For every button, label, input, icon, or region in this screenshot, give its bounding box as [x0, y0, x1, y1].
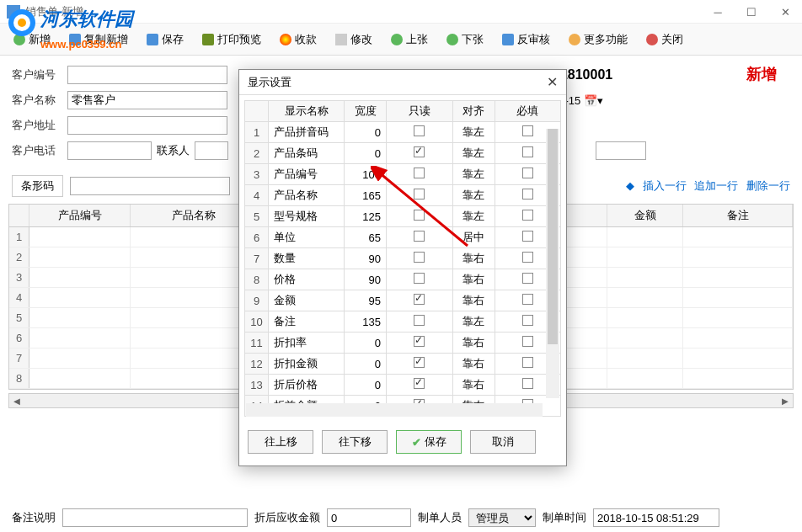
status-label: 新增 [746, 64, 777, 84]
discount-amt-input[interactable] [327, 508, 411, 527]
dialog-close-button[interactable]: ✕ [547, 74, 558, 90]
required-checkbox[interactable] [522, 357, 533, 368]
more-icon [569, 34, 580, 45]
settings-row[interactable]: 6单位65居中 [245, 227, 561, 248]
dialog-horizontal-scrollbar[interactable] [246, 403, 543, 417]
required-checkbox[interactable] [522, 231, 533, 242]
settings-row[interactable]: 9金额95靠右 [245, 290, 561, 311]
settings-row[interactable]: 3产品编号100靠左 [245, 164, 561, 185]
up-arrow-icon [391, 34, 403, 45]
readonly-checkbox[interactable] [414, 125, 425, 136]
settings-row[interactable]: 1产品拼音码0靠左 [245, 122, 561, 143]
customer-addr-input[interactable] [67, 116, 227, 135]
scroll-left-icon[interactable]: ◄ [9, 395, 24, 407]
settings-row[interactable]: 11折扣率0靠右 [245, 332, 561, 354]
next-button[interactable]: 下张 [440, 29, 490, 51]
creator-select[interactable]: 管理员 [468, 508, 536, 527]
settings-row[interactable]: 5型号规格125靠左 [245, 206, 561, 227]
readonly-checkbox[interactable] [414, 378, 425, 389]
customer-name-input[interactable] [67, 91, 227, 109]
readonly-checkbox[interactable] [414, 231, 425, 242]
move-down-button[interactable]: 往下移 [322, 430, 388, 454]
required-checkbox[interactable] [522, 146, 533, 157]
calendar-icon: 📅▾ [584, 94, 603, 107]
insert-row-link[interactable]: 插入一行 [643, 179, 687, 192]
required-checkbox[interactable] [522, 125, 533, 136]
required-checkbox[interactable] [522, 273, 533, 284]
readonly-checkbox[interactable] [414, 315, 425, 326]
readonly-checkbox[interactable] [414, 210, 425, 221]
readonly-checkbox[interactable] [414, 189, 425, 200]
plus-icon [13, 34, 25, 45]
settings-row[interactable]: 7数量90靠右 [245, 248, 561, 269]
settings-row[interactable]: 12折扣金额0靠右 [245, 354, 561, 375]
remark-input[interactable] [62, 508, 248, 527]
required-checkbox[interactable] [522, 294, 533, 305]
unapprove-button[interactable]: 反审核 [495, 29, 557, 51]
copy-new-button[interactable]: 复制新增 [62, 29, 135, 51]
settings-row[interactable]: 2产品条码0靠左 [245, 143, 561, 164]
row-actions: ◆ 插入一行 追加一行 删除一行 [621, 178, 790, 194]
settings-row[interactable]: 8价格90靠右 [245, 269, 561, 290]
required-checkbox[interactable] [522, 168, 533, 178]
barcode-input[interactable] [70, 177, 230, 195]
col-readonly[interactable]: 只读 [387, 101, 453, 122]
delete-row-link[interactable]: 删除一行 [746, 179, 790, 192]
dialog-vertical-scrollbar[interactable] [546, 129, 559, 398]
remark-label: 备注说明 [12, 510, 56, 525]
append-row-link[interactable]: 追加一行 [694, 179, 738, 192]
required-checkbox[interactable] [522, 315, 533, 326]
readonly-checkbox[interactable] [414, 252, 425, 263]
required-checkbox[interactable] [522, 336, 533, 347]
settings-row[interactable]: 10备注135靠左 [245, 311, 561, 332]
required-checkbox[interactable] [522, 189, 533, 200]
required-checkbox[interactable] [522, 252, 533, 263]
col-display-name[interactable]: 显示名称 [269, 101, 345, 122]
close-window-button[interactable]: ✕ [768, 0, 802, 24]
minimize-button[interactable]: ─ [701, 0, 735, 24]
more-button[interactable]: 更多功能 [562, 29, 634, 51]
readonly-checkbox[interactable] [414, 146, 425, 157]
required-checkbox[interactable] [522, 378, 533, 389]
readonly-checkbox[interactable] [414, 273, 425, 284]
dialog-save-button[interactable]: ✔保存 [396, 430, 462, 454]
customer-name-label: 客户名称 [12, 93, 62, 108]
customer-id-input[interactable] [67, 66, 227, 84]
contact-input[interactable] [195, 141, 228, 160]
main-toolbar: 新增 复制新增 保存 打印预览 收款 修改 上张 下张 反审核 更多功能 关闭 [0, 24, 802, 56]
readonly-checkbox[interactable] [414, 357, 425, 368]
col-amount[interactable]: 金额 [607, 205, 683, 226]
scroll-right-icon[interactable]: ► [778, 395, 793, 407]
creator-label: 制单人员 [418, 510, 462, 525]
new-button[interactable]: 新增 [7, 29, 57, 51]
col-required[interactable]: 必填 [495, 101, 561, 122]
down-arrow-icon [446, 34, 458, 45]
create-time-input[interactable] [593, 508, 719, 527]
readonly-checkbox[interactable] [414, 294, 425, 305]
required-checkbox[interactable] [522, 210, 533, 221]
customer-phone-input[interactable] [67, 141, 152, 160]
move-up-button[interactable]: 往上移 [248, 430, 313, 454]
readonly-checkbox[interactable] [414, 168, 425, 178]
window-titlebar: 销售单-新增 ─ ☐ ✕ [0, 0, 802, 24]
readonly-checkbox[interactable] [414, 336, 425, 347]
close-button[interactable]: 关闭 [639, 29, 690, 51]
col-align[interactable]: 对齐 [452, 101, 495, 122]
col-width[interactable]: 宽度 [345, 101, 387, 122]
pay-icon [280, 34, 291, 45]
dialog-title: 显示设置 [248, 75, 291, 90]
prev-button[interactable]: 上张 [384, 29, 435, 51]
settings-row[interactable]: 4产品名称165靠左 [245, 185, 561, 206]
extra-input[interactable] [596, 141, 646, 160]
settings-row[interactable]: 13折后价格0靠右 [245, 375, 561, 396]
modify-icon [335, 34, 347, 45]
print-preview-button[interactable]: 打印预览 [195, 29, 268, 51]
col-remark[interactable]: 备注 [683, 205, 793, 226]
customer-addr-label: 客户地址 [12, 118, 62, 133]
col-product-id[interactable]: 产品编号 [29, 205, 131, 226]
modify-button[interactable]: 修改 [329, 29, 379, 51]
save-button[interactable]: 保存 [140, 29, 190, 51]
dialog-cancel-button[interactable]: 取消 [470, 430, 536, 454]
maximize-button[interactable]: ☐ [735, 0, 768, 24]
pay-button[interactable]: 收款 [273, 29, 323, 51]
